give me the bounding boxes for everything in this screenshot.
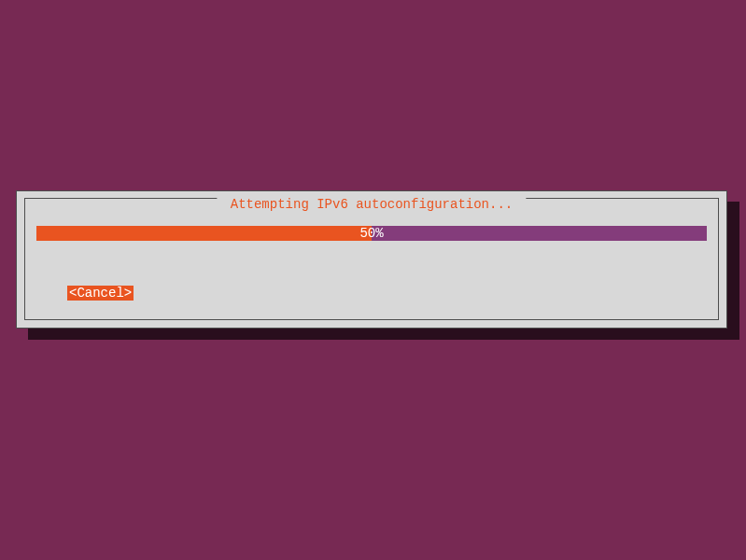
cancel-button[interactable]: <Cancel> bbox=[67, 286, 134, 301]
dialog-box: Attempting IPv6 autoconfiguration... 50%… bbox=[16, 190, 727, 329]
dialog-title: Attempting IPv6 autoconfiguration... bbox=[217, 198, 526, 211]
progress-bar: 50% bbox=[36, 226, 707, 241]
progress-bar-label: 50% bbox=[36, 226, 707, 241]
dialog-frame: Attempting IPv6 autoconfiguration... 50%… bbox=[24, 198, 719, 320]
